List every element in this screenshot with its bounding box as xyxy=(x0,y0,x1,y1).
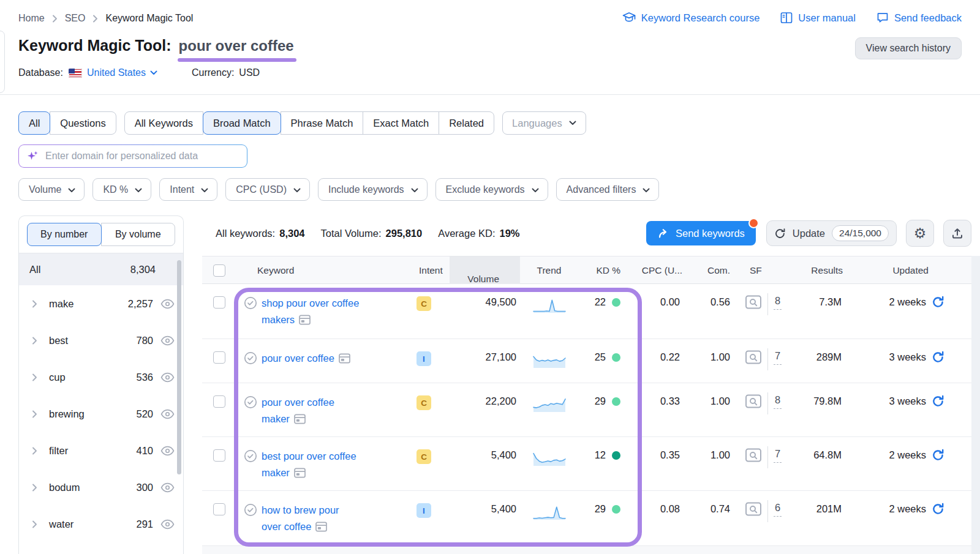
sf-value[interactable]: 8 xyxy=(774,394,782,409)
refresh-icon[interactable] xyxy=(932,395,944,436)
serp-features-icon[interactable] xyxy=(745,502,762,545)
serp-preview-icon[interactable] xyxy=(339,353,350,364)
sidebar-group-cup[interactable]: cup536 xyxy=(19,359,183,395)
keyword-link[interactable]: best pour over coffee maker xyxy=(262,448,360,490)
refresh-icon[interactable] xyxy=(932,351,944,383)
tab-broad-match[interactable]: Broad Match xyxy=(203,111,281,135)
tab-exact-match[interactable]: Exact Match xyxy=(363,111,439,135)
header-link-send-feedback[interactable]: Send feedback xyxy=(876,12,962,24)
languages-dropdown[interactable]: Languages xyxy=(502,111,586,135)
table-row: shop pour over coffee makersC49,500220.0… xyxy=(202,284,971,339)
stat-label: Total Volume: xyxy=(321,228,382,239)
tab-all-keywords[interactable]: All Keywords xyxy=(124,111,203,135)
sidebar-group-make[interactable]: make2,257 xyxy=(19,285,183,322)
sidebar-group-brewing[interactable]: brewing520 xyxy=(19,395,183,432)
filter-kd[interactable]: KD % xyxy=(92,178,151,201)
header-link-user-manual[interactable]: User manual xyxy=(780,12,856,24)
header-link-label: Send feedback xyxy=(894,12,962,24)
filter-cpc-usd[interactable]: CPC (USD) xyxy=(225,178,310,201)
sidebar-item-all[interactable]: All 8,304 xyxy=(19,253,183,285)
toolbar-actions: Send keywords Update 24/15,000 ⚙ xyxy=(646,220,971,247)
intent-badge[interactable]: C xyxy=(417,395,431,410)
row-checkbox[interactable] xyxy=(213,296,225,309)
eye-icon[interactable] xyxy=(160,335,175,346)
send-keywords-button[interactable]: Send keywords xyxy=(646,221,756,245)
breadcrumb-item-home[interactable]: Home xyxy=(18,13,45,24)
serp-features-icon[interactable] xyxy=(745,295,762,339)
domain-input[interactable] xyxy=(44,150,239,162)
serp-features-icon[interactable] xyxy=(745,448,762,490)
eye-icon[interactable] xyxy=(160,519,175,530)
tab-all[interactable]: All xyxy=(18,111,50,135)
intent-badge[interactable]: I xyxy=(417,351,431,366)
row-checkbox[interactable] xyxy=(213,503,225,515)
breadcrumb-item-seo[interactable]: SEO xyxy=(65,13,86,24)
filter-label: Exclude keywords xyxy=(446,184,525,195)
refresh-icon[interactable] xyxy=(932,449,944,490)
sidebar-group-filter[interactable]: filter410 xyxy=(19,432,183,469)
serp-preview-icon[interactable] xyxy=(294,414,306,424)
eye-icon[interactable] xyxy=(160,299,175,309)
intent-badge[interactable]: C xyxy=(417,449,431,464)
serp-features-icon[interactable] xyxy=(745,350,762,383)
sf-value[interactable]: 6 xyxy=(774,502,782,517)
sort-toggle-by-number[interactable]: By number xyxy=(27,223,102,246)
sf-value[interactable]: 7 xyxy=(774,350,782,365)
sidebar-group-best[interactable]: best780 xyxy=(19,322,183,359)
keyword-link[interactable]: how to brew pour over coffee xyxy=(262,502,360,545)
eye-icon[interactable] xyxy=(160,372,175,383)
chevron-down-icon xyxy=(643,184,650,195)
keyword-link[interactable]: pour over coffee maker xyxy=(262,394,360,436)
header-link-keyword-research-course[interactable]: Keyword Research course xyxy=(622,12,760,24)
sidebar-group-water[interactable]: water291 xyxy=(19,506,183,542)
tab-related[interactable]: Related xyxy=(439,111,494,135)
filter-volume[interactable]: Volume xyxy=(18,178,85,201)
com-value: 0.56 xyxy=(701,284,744,339)
view-search-history-button[interactable]: View search history xyxy=(855,37,962,59)
intent-badge[interactable]: I xyxy=(417,503,431,518)
filter-intent[interactable]: Intent xyxy=(159,178,217,201)
group-count: 780 xyxy=(136,335,153,346)
row-checkbox[interactable] xyxy=(213,351,225,364)
sidebar-scrollbar[interactable] xyxy=(177,260,181,474)
keyword-magic-tool-page: HomeSEOKeyword Magic Tool Keyword Resear… xyxy=(0,0,980,554)
row-checkbox[interactable] xyxy=(213,449,225,462)
filter-include-keywords[interactable]: Include keywords xyxy=(318,178,428,201)
table-settings-button[interactable]: ⚙ xyxy=(906,220,934,247)
chevron-right-icon xyxy=(32,447,39,455)
refresh-icon[interactable] xyxy=(932,296,944,339)
eye-icon[interactable] xyxy=(160,446,175,456)
chevron-down-icon xyxy=(135,184,142,195)
table-row: how to brew pour over coffeeI5,400290.08… xyxy=(202,491,971,546)
eye-icon[interactable] xyxy=(160,409,175,419)
refresh-icon[interactable] xyxy=(932,503,944,545)
tab-questions[interactable]: Questions xyxy=(50,111,116,135)
volume-value: 5,400 xyxy=(450,437,520,490)
sf-value[interactable]: 7 xyxy=(774,448,782,463)
serp-preview-icon[interactable] xyxy=(299,315,311,325)
filter-exclude-keywords[interactable]: Exclude keywords xyxy=(435,178,548,201)
filter-advanced-filters[interactable]: Advanced filters xyxy=(556,178,660,201)
intent-badge[interactable]: C xyxy=(417,296,431,311)
header-divider xyxy=(0,94,980,95)
keyword-link[interactable]: shop pour over coffee makers xyxy=(262,295,360,339)
sf-value[interactable]: 8 xyxy=(774,295,782,310)
serp-preview-icon[interactable] xyxy=(315,522,327,532)
tab-phrase-match[interactable]: Phrase Match xyxy=(281,111,364,135)
serp-features-icon[interactable] xyxy=(745,394,762,436)
keyword-link[interactable]: pour over coffee xyxy=(262,350,350,383)
sidebar-group-bodum[interactable]: bodum300 xyxy=(19,469,183,506)
domain-input-box xyxy=(18,144,247,168)
chevron-right-icon xyxy=(32,520,39,528)
sort-toggle-by-volume[interactable]: By volume xyxy=(101,223,176,246)
collapsed-panel-handle[interactable] xyxy=(0,31,5,93)
chevron-down-icon xyxy=(532,184,539,195)
export-button[interactable] xyxy=(943,220,971,247)
row-checkbox[interactable] xyxy=(213,395,225,408)
serp-preview-icon[interactable] xyxy=(294,468,306,478)
select-all-checkbox[interactable] xyxy=(213,264,225,277)
eye-icon[interactable] xyxy=(160,482,175,493)
keyword-groups-sidebar: By numberBy volume All 8,304 make2,257be… xyxy=(18,215,184,554)
database-selector[interactable]: United States xyxy=(87,67,157,78)
update-button[interactable]: Update 24/15,000 xyxy=(766,220,897,246)
